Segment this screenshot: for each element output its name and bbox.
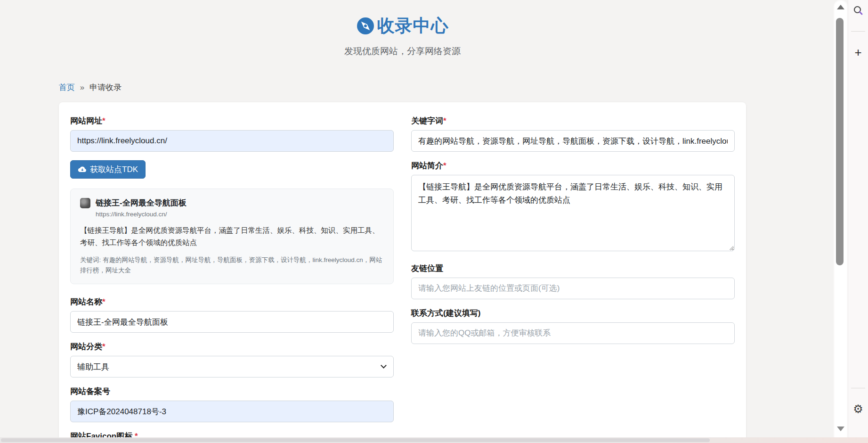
breadcrumb: 首页 » 申请收录: [59, 82, 746, 93]
friendlink-input[interactable]: [411, 278, 735, 299]
scroll-up-arrow-icon[interactable]: [837, 5, 844, 9]
settings-button[interactable]: ⚙: [848, 399, 868, 419]
breadcrumb-separator: »: [80, 83, 84, 92]
keywords-input[interactable]: [411, 130, 735, 152]
icp-number-label: 网站备案号: [70, 386, 394, 397]
contact-group: 联系方式(建议填写): [411, 308, 735, 344]
fetch-tdk-button[interactable]: 获取站点TDK: [70, 160, 146, 179]
gear-icon: ⚙: [853, 403, 863, 415]
vertical-scrollbar[interactable]: [834, 0, 848, 443]
site-url-input[interactable]: [70, 130, 394, 152]
icp-number-group: 网站备案号: [70, 386, 394, 422]
site-category-label: 网站分类*: [70, 341, 394, 352]
browser-side-toolbar: + ⚙: [848, 0, 868, 443]
plus-icon: +: [854, 46, 861, 58]
site-logo: 收录中心: [357, 14, 449, 38]
cloud-download-icon: [78, 166, 87, 173]
toolbar-divider-bottom: [851, 388, 865, 388]
compass-icon: [357, 17, 374, 35]
toolbar-divider: [851, 31, 865, 32]
keywords-label: 关键字词*: [411, 115, 735, 126]
intro-textarea[interactable]: 【链接王导航】是全网优质资源导航平台，涵盖了日常生活、娱乐、科技、知识、实用工具…: [411, 175, 735, 251]
preview-keywords: 关键词: 有趣的网站导航，资源导航，网址导航，导航面板，资源下载，设计导航，li…: [80, 255, 384, 275]
intro-label: 网站简介*: [411, 160, 735, 171]
site-category-select[interactable]: 辅助工具: [70, 356, 394, 377]
contact-label: 联系方式(建议填写): [411, 308, 735, 319]
icp-number-input[interactable]: [70, 401, 394, 422]
search-button[interactable]: [848, 0, 868, 21]
site-header: 收录中心 发现优质网站，分享网络资源: [59, 0, 746, 57]
intro-group: 网站简介* 【链接王导航】是全网优质资源导航平台，涵盖了日常生活、娱乐、科技、知…: [411, 160, 735, 251]
page-subtitle: 发现优质网站，分享网络资源: [59, 45, 746, 57]
submission-form-card: 网站网址* 获取站点TDK 链接王-全网最全导航面板: [59, 102, 746, 443]
screen: 收录中心 发现优质网站，分享网络资源 首页 » 申请收录 网站网址*: [0, 0, 868, 443]
friendlink-label: 友链位置: [411, 263, 735, 274]
friendlink-group: 友链位置: [411, 263, 735, 299]
breadcrumb-home-link[interactable]: 首页: [59, 83, 75, 92]
site-preview-card: 链接王-全网最全导航面板 https://link.freelycloud.cn…: [70, 189, 394, 284]
page-content: 收录中心 发现优质网站，分享网络资源 首页 » 申请收录 网站网址*: [0, 0, 834, 443]
form-left-column: 网站网址* 获取站点TDK 链接王-全网最全导航面板: [70, 115, 394, 443]
keywords-group: 关键字词*: [411, 115, 735, 152]
form-right-column: 关键字词* 网站简介* 【链接王导航】是全网优质资源导航平台，涵盖了日常生活、娱…: [411, 115, 735, 443]
search-icon: [853, 5, 863, 16]
site-name-input[interactable]: [70, 311, 394, 333]
scroll-down-arrow-icon[interactable]: [837, 427, 844, 431]
vertical-scrollbar-thumb[interactable]: [836, 18, 844, 265]
horizontal-scrollbar-thumb[interactable]: [1, 438, 710, 442]
site-url-label: 网站网址*: [70, 115, 394, 126]
add-button[interactable]: +: [848, 42, 868, 63]
breadcrumb-current: 申请收录: [89, 83, 122, 92]
page-title: 收录中心: [377, 14, 449, 38]
site-favicon-image: [80, 198, 90, 208]
contact-input[interactable]: [411, 322, 735, 344]
site-url-group: 网站网址*: [70, 115, 394, 152]
site-name-label: 网站名称*: [70, 296, 394, 307]
horizontal-scrollbar[interactable]: [0, 437, 868, 443]
preview-title: 链接王-全网最全导航面板: [96, 197, 187, 208]
site-name-group: 网站名称*: [70, 296, 394, 333]
preview-url: https://link.freelycloud.cn/: [96, 211, 384, 218]
site-category-group: 网站分类* 辅助工具: [70, 341, 394, 377]
preview-description: 【链接王导航】是全网优质资源导航平台，涵盖了日常生活、娱乐、科技、知识、实用工具…: [80, 224, 384, 249]
